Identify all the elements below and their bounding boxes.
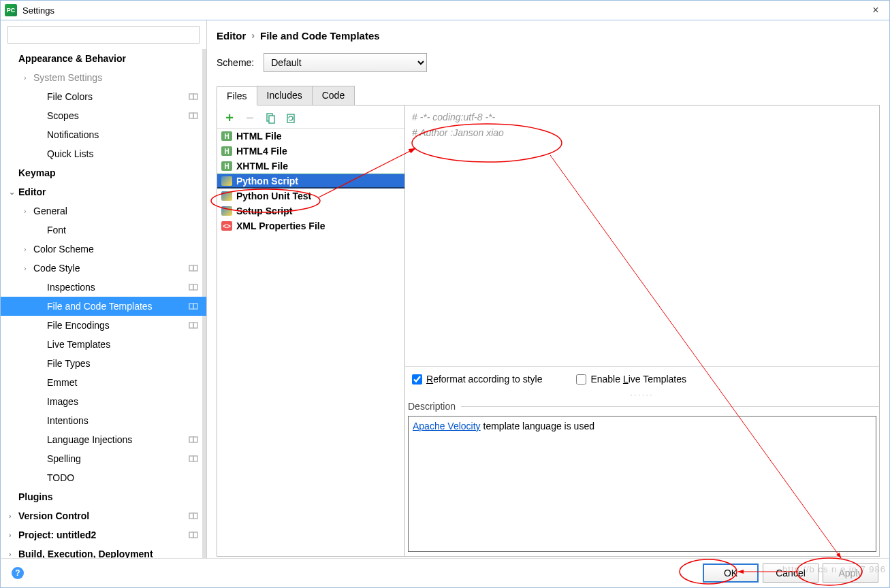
svg-rect-9 bbox=[193, 304, 197, 309]
dialog-buttons: ? OK Cancel Apply bbox=[0, 558, 890, 588]
description-box[interactable]: Apache Velocity template language is use… bbox=[408, 416, 876, 552]
template-item[interactable]: Setup Script bbox=[217, 203, 404, 218]
tree-item[interactable]: Images bbox=[1, 392, 206, 411]
breadcrumb-parent[interactable]: Editor bbox=[217, 30, 246, 42]
settings-tree[interactable]: Appearance & Behavior›System SettingsFil… bbox=[1, 49, 206, 558]
template-item[interactable]: HHTML4 File bbox=[217, 144, 404, 159]
app-icon: PC bbox=[5, 4, 17, 16]
tree-item[interactable]: ›Code Style bbox=[1, 259, 206, 278]
template-item[interactable]: HHTML File bbox=[217, 129, 404, 144]
tree-item[interactable]: File Types bbox=[1, 354, 206, 373]
title-bar: PC Settings × bbox=[0, 0, 890, 20]
tree-item-label: File and Code Templates bbox=[47, 301, 189, 312]
tree-item[interactable]: Appearance & Behavior bbox=[1, 49, 206, 68]
template-item-label: Setup Script bbox=[236, 206, 292, 216]
search-wrap: 🔍 bbox=[1, 20, 206, 49]
template-item[interactable]: <>XML Properties File bbox=[217, 218, 404, 233]
breadcrumb-current: File and Code Templates bbox=[260, 30, 380, 42]
template-tabs: FilesIncludesCode bbox=[217, 86, 880, 105]
chevron-right-icon: › bbox=[9, 512, 18, 520]
refresh-icon[interactable] bbox=[285, 113, 296, 124]
tree-item[interactable]: Quick Lists bbox=[1, 144, 206, 163]
description-label: Description bbox=[405, 398, 879, 412]
tree-item[interactable]: ›Color Scheme bbox=[1, 240, 206, 259]
tree-item[interactable]: Font bbox=[1, 220, 206, 240]
svg-rect-4 bbox=[189, 265, 193, 271]
tree-item[interactable]: Spelling bbox=[1, 449, 206, 468]
settings-sidebar: 🔍 Appearance & Behavior›System SettingsF… bbox=[1, 20, 207, 558]
tree-item-label: Version Control bbox=[18, 510, 189, 521]
tree-item[interactable]: File and Code Templates bbox=[1, 297, 206, 316]
template-toolbar: + − bbox=[217, 108, 404, 129]
tree-item-label: Color Scheme bbox=[33, 244, 206, 255]
tree-item-label: Code Style bbox=[33, 263, 189, 274]
project-scope-icon bbox=[189, 282, 198, 292]
project-scope-icon bbox=[189, 301, 198, 311]
template-item[interactable]: Python Unit Test bbox=[217, 189, 404, 203]
tree-item[interactable]: ›Project: untitled2 bbox=[1, 525, 206, 544]
tree-item-label: Live Templates bbox=[47, 339, 206, 350]
svg-rect-10 bbox=[189, 323, 193, 328]
tree-item[interactable]: Notifications bbox=[1, 125, 206, 144]
template-item[interactable]: Python Script bbox=[217, 174, 404, 189]
project-scope-icon bbox=[189, 511, 198, 521]
tree-item-label: Scopes bbox=[47, 110, 189, 121]
project-scope-icon bbox=[189, 92, 198, 101]
dialog-body: 🔍 Appearance & Behavior›System SettingsF… bbox=[0, 20, 890, 558]
template-item-label: Python Unit Test bbox=[236, 191, 311, 201]
watermark: http://b cs n e in 7 986 bbox=[782, 564, 886, 574]
tree-item-label: File Types bbox=[47, 358, 206, 369]
tree-item[interactable]: ›Version Control bbox=[1, 506, 206, 525]
reformat-checkbox[interactable]: Reformat according to style bbox=[412, 374, 542, 385]
project-scope-icon bbox=[189, 263, 198, 273]
tab[interactable]: Files bbox=[217, 86, 257, 105]
tree-item[interactable]: ›General bbox=[1, 201, 206, 220]
ok-button[interactable]: OK bbox=[703, 564, 759, 583]
svg-rect-21 bbox=[269, 116, 274, 123]
remove-icon[interactable]: − bbox=[244, 113, 255, 124]
chevron-right-icon: › bbox=[24, 74, 33, 82]
tree-item[interactable]: ›System Settings bbox=[1, 68, 206, 87]
search-input[interactable] bbox=[7, 26, 200, 44]
tree-item[interactable]: TODO bbox=[1, 468, 206, 487]
tree-item-label: Project: untitled2 bbox=[18, 529, 189, 540]
help-icon[interactable]: ? bbox=[12, 567, 24, 579]
scheme-select[interactable]: Default bbox=[264, 53, 427, 72]
tree-item-label: TODO bbox=[47, 472, 206, 483]
svg-rect-11 bbox=[193, 323, 197, 328]
chevron-right-icon: › bbox=[251, 30, 255, 41]
template-item[interactable]: HXHTML File bbox=[217, 159, 404, 174]
tree-item-label: Inspections bbox=[47, 282, 189, 293]
window-title: Settings bbox=[22, 5, 862, 16]
template-code-editor[interactable]: # -*- coding:utf-8 -*- # Author :Janson … bbox=[405, 105, 879, 367]
splitter-handle[interactable]: ······ bbox=[405, 391, 879, 398]
template-list[interactable]: HHTML FileHHTML4 FileHXHTML FilePython S… bbox=[217, 129, 404, 556]
tree-item[interactable]: Scopes bbox=[1, 106, 206, 125]
add-icon[interactable]: + bbox=[224, 113, 235, 124]
svg-rect-18 bbox=[189, 532, 193, 538]
tree-item[interactable]: Intentions bbox=[1, 411, 206, 430]
svg-rect-3 bbox=[193, 113, 197, 118]
tree-item[interactable]: Keymap bbox=[1, 163, 206, 182]
breadcrumb: Editor › File and Code Templates bbox=[217, 27, 880, 44]
tree-item[interactable]: Plugins bbox=[1, 487, 206, 506]
apache-velocity-link[interactable]: Apache Velocity bbox=[413, 421, 481, 431]
scheme-label: Scheme: bbox=[217, 57, 254, 68]
tree-item[interactable]: ›Build, Execution, Deployment bbox=[1, 544, 206, 558]
svg-rect-0 bbox=[189, 94, 193, 99]
project-scope-icon bbox=[189, 111, 198, 120]
tab[interactable]: Code bbox=[312, 86, 355, 105]
chevron-right-icon: › bbox=[9, 531, 18, 539]
enable-live-templates-checkbox[interactable]: Enable Live Templates bbox=[576, 374, 686, 385]
tree-item[interactable]: File Colors bbox=[1, 87, 206, 106]
tree-item[interactable]: Inspections bbox=[1, 278, 206, 297]
tree-item[interactable]: Live Templates bbox=[1, 335, 206, 354]
template-item-label: XHTML File bbox=[236, 161, 288, 172]
close-icon[interactable]: × bbox=[862, 4, 889, 16]
tree-item[interactable]: File Encodings bbox=[1, 316, 206, 335]
tree-item[interactable]: ⌄Editor bbox=[1, 182, 206, 201]
copy-icon[interactable] bbox=[265, 113, 276, 124]
tree-item[interactable]: Emmet bbox=[1, 373, 206, 392]
tab[interactable]: Includes bbox=[257, 86, 313, 105]
tree-item[interactable]: Language Injections bbox=[1, 430, 206, 449]
